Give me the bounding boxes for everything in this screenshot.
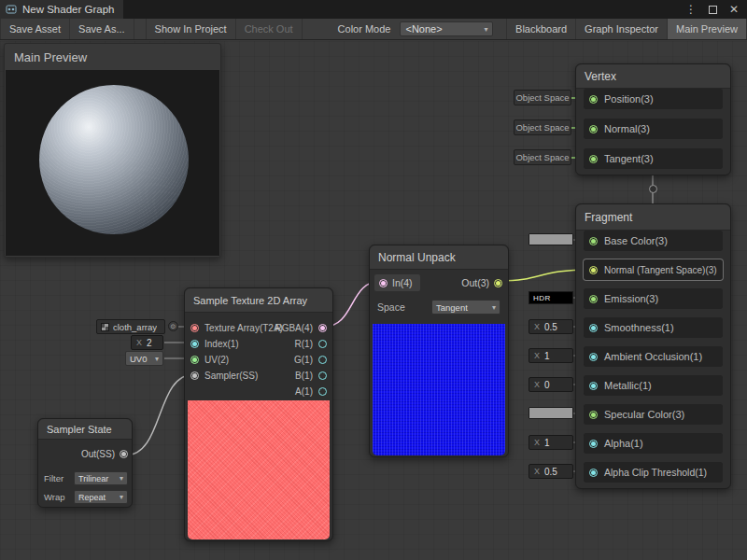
alpha-clip-port[interactable]	[589, 469, 598, 477]
sampler-state-header[interactable]: Sampler State	[38, 419, 132, 440]
ambient-occlusion-port[interactable]	[589, 353, 598, 361]
fragment-block-alpha[interactable]: Alpha(1)	[584, 433, 723, 454]
filter-dropdown[interactable]: Trilinear ▾	[74, 471, 128, 485]
port-label: Out(SS)	[81, 449, 115, 459]
tangent-space-dropdown[interactable]: Object Space	[514, 149, 571, 165]
filter-label: Filter	[44, 473, 63, 483]
base-color-port[interactable]	[589, 237, 598, 245]
main-preview-viewport[interactable]	[6, 70, 219, 256]
emission-hdr-swatch[interactable]: HDR	[529, 291, 573, 304]
wrap-label: Wrap	[44, 492, 65, 502]
alpha-clip-field[interactable]: X 0.5	[529, 464, 573, 479]
sample-node-header[interactable]: Sample Texture 2D Array	[185, 288, 332, 313]
stack-link-port[interactable]	[649, 185, 657, 193]
fragment-block-smoothness[interactable]: Smoothness(1)	[584, 317, 723, 338]
show-in-project-button[interactable]: Show In Project	[146, 19, 236, 39]
metallic-field[interactable]: X 0	[529, 377, 573, 392]
node-normal-unpack[interactable]: Normal Unpack In(4) Out(3) Space Tangent…	[369, 245, 509, 457]
main-preview-header[interactable]: Main Preview	[5, 44, 220, 70]
fragment-block-alpha-clip[interactable]: Alpha Clip Threshold(1)	[584, 462, 723, 483]
vertex-node-header[interactable]: Vertex	[576, 64, 730, 89]
main-preview-panel[interactable]: Main Preview	[4, 43, 221, 258]
sampler-port[interactable]	[190, 371, 199, 380]
position-port[interactable]	[589, 95, 598, 104]
rgba-port[interactable]	[318, 324, 327, 332]
close-icon[interactable]: ✕	[729, 0, 739, 19]
uv-port[interactable]	[190, 356, 199, 364]
uv-channel-dropdown[interactable]: UV0 ▾	[125, 351, 163, 366]
normal-unpack-header[interactable]: Normal Unpack	[370, 245, 508, 270]
index-port[interactable]	[190, 340, 199, 348]
wrap-dropdown[interactable]: Repeat ▾	[74, 490, 128, 504]
a-port[interactable]	[318, 387, 327, 396]
fragment-block-normal[interactable]: Normal (Tangent Space)(3)	[584, 259, 723, 280]
g-port[interactable]	[318, 356, 327, 364]
in-port[interactable]	[379, 279, 388, 287]
vertex-block-tangent[interactable]: Tangent(3)	[584, 148, 723, 169]
x-prefix: X	[534, 351, 540, 360]
window-tab[interactable]: New Shader Graph	[0, 0, 123, 19]
b-port[interactable]	[318, 371, 327, 380]
smoothness-field[interactable]: X 0.5	[529, 319, 573, 334]
out-port[interactable]	[494, 279, 502, 287]
index-field[interactable]: X 2	[131, 335, 163, 350]
texture-array-port[interactable]	[190, 324, 199, 332]
save-as-button[interactable]: Save As...	[70, 19, 134, 39]
normal-space-dropdown[interactable]: Object Space	[514, 119, 571, 135]
alpha-value: 1	[544, 438, 550, 448]
kebab-menu-icon[interactable]: ⋮	[685, 0, 697, 19]
shader-graph-icon	[6, 4, 17, 15]
ambient-occlusion-value: 1	[544, 351, 550, 361]
position-space-dropdown[interactable]: Object Space	[514, 90, 571, 105]
metallic-port[interactable]	[589, 382, 598, 390]
fragment-block-specular-color[interactable]: Specular Color(3)	[584, 404, 723, 425]
blackboard-toggle-button[interactable]: Blackboard	[506, 19, 576, 39]
block-label: Ambient Occlusion(1)	[604, 351, 702, 362]
vertex-block-position[interactable]: Position(3)	[584, 89, 723, 109]
fragment-node-header[interactable]: Fragment	[576, 204, 730, 231]
main-preview-toggle-button[interactable]: Main Preview	[668, 19, 747, 39]
normal-map-preview	[373, 324, 505, 455]
x-prefix: X	[136, 338, 142, 347]
vertex-block-normal[interactable]: Normal(3)	[584, 119, 723, 139]
specular-color-swatch[interactable]	[529, 407, 573, 419]
smoothness-port[interactable]	[589, 324, 598, 332]
emission-port[interactable]	[589, 295, 598, 303]
x-prefix: X	[534, 438, 540, 447]
node-fragment[interactable]: Fragment Base Color(3) Normal (Tangent S…	[575, 203, 731, 489]
output-rgba: RGBA(4)	[275, 320, 327, 335]
chevron-down-icon: ▾	[120, 493, 123, 501]
color-mode-dropdown[interactable]: <None> ▾	[400, 21, 493, 36]
alpha-field[interactable]: X 1	[529, 435, 573, 450]
node-vertex[interactable]: Vertex Position(3) Normal(3) Tangent(3)	[575, 63, 731, 175]
main-preview-title: Main Preview	[14, 50, 87, 64]
normal-port[interactable]	[589, 125, 598, 133]
fragment-block-emission[interactable]: Emission(3)	[584, 288, 723, 309]
save-asset-button[interactable]: Save Asset	[0, 19, 70, 39]
maximize-icon[interactable]	[709, 6, 717, 14]
out-ss-port[interactable]	[120, 450, 128, 458]
graph-inspector-toggle-button[interactable]: Graph Inspector	[576, 19, 668, 39]
uv-channel-value: UV0	[130, 354, 147, 364]
ambient-occlusion-field[interactable]: X 1	[529, 348, 573, 363]
node-sampler-state[interactable]: Sampler State Out(SS) Filter Trilinear ▾…	[37, 418, 133, 508]
input-texture-array: Texture Array(T2A)	[190, 320, 283, 335]
alpha-port[interactable]	[589, 440, 598, 448]
window-title: New Shader Graph	[22, 4, 114, 15]
object-picker-icon[interactable]: ⊙	[168, 321, 178, 331]
toolbar-right-group: Blackboard Graph Inspector Main Preview	[506, 19, 747, 39]
fragment-block-ambient-occlusion[interactable]: Ambient Occlusion(1)	[584, 346, 723, 367]
space-dropdown[interactable]: Tangent ▾	[431, 300, 500, 315]
r-port[interactable]	[318, 340, 327, 348]
tangent-port[interactable]	[589, 155, 598, 163]
texture-array-field[interactable]: cloth_array	[96, 319, 165, 334]
block-label: Alpha Clip Threshold(1)	[604, 467, 707, 478]
input-uv: UV(2)	[190, 352, 229, 367]
normal-tangent-port[interactable]	[589, 266, 598, 274]
specular-color-port[interactable]	[589, 411, 598, 419]
base-color-swatch[interactable]	[529, 233, 573, 245]
block-label: Normal (Tangent Space)(3)	[604, 265, 717, 275]
fragment-block-metallic[interactable]: Metallic(1)	[584, 375, 723, 396]
fragment-block-base-color[interactable]: Base Color(3)	[584, 231, 723, 251]
node-sample-texture-2d-array[interactable]: Sample Texture 2D Array Texture Array(T2…	[184, 287, 333, 541]
